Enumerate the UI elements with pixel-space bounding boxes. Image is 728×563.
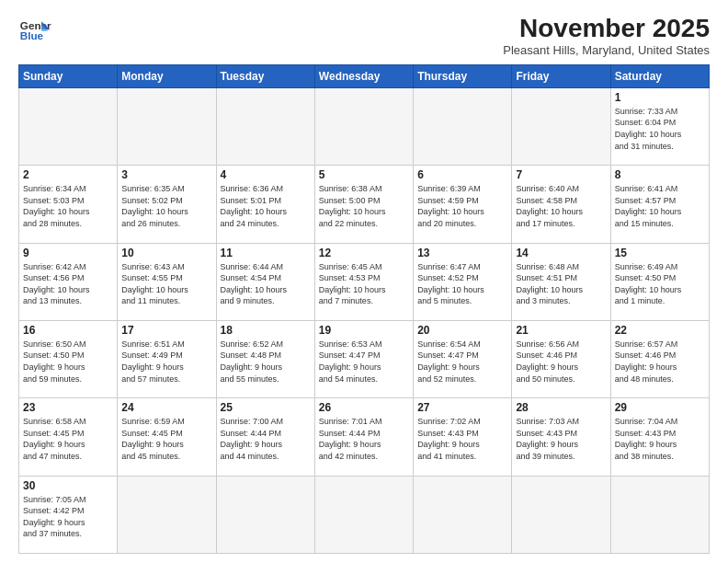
day-info: Sunrise: 6:54 AM Sunset: 4:47 PM Dayligh… bbox=[417, 339, 507, 385]
calendar-cell bbox=[512, 476, 610, 553]
day-info: Sunrise: 7:05 AM Sunset: 4:42 PM Dayligh… bbox=[23, 494, 113, 540]
day-number: 3 bbox=[121, 168, 211, 181]
day-number: 9 bbox=[23, 247, 113, 259]
calendar-cell: 7Sunrise: 6:40 AM Sunset: 4:58 PM Daylig… bbox=[512, 166, 610, 243]
day-number: 29 bbox=[615, 401, 705, 414]
calendar-cell: 30Sunrise: 7:05 AM Sunset: 4:42 PM Dayli… bbox=[19, 476, 118, 553]
calendar-body: 1Sunrise: 7:33 AM Sunset: 6:04 PM Daylig… bbox=[19, 87, 710, 553]
calendar-cell bbox=[216, 87, 314, 165]
calendar-header: SundayMondayTuesdayWednesdayThursdayFrid… bbox=[19, 64, 710, 87]
calendar-cell bbox=[19, 87, 118, 165]
day-number: 27 bbox=[417, 401, 507, 414]
day-number: 17 bbox=[121, 324, 211, 337]
day-info: Sunrise: 6:53 AM Sunset: 4:47 PM Dayligh… bbox=[319, 339, 409, 385]
day-number: 26 bbox=[319, 401, 409, 414]
calendar-week-3: 9Sunrise: 6:42 AM Sunset: 4:56 PM Daylig… bbox=[19, 243, 710, 320]
calendar-cell: 2Sunrise: 6:34 AM Sunset: 5:03 PM Daylig… bbox=[19, 166, 118, 243]
day-number: 13 bbox=[417, 247, 507, 259]
calendar-cell: 4Sunrise: 6:36 AM Sunset: 5:01 PM Daylig… bbox=[216, 166, 314, 243]
calendar-cell: 26Sunrise: 7:01 AM Sunset: 4:44 PM Dayli… bbox=[314, 398, 413, 476]
calendar-week-2: 2Sunrise: 6:34 AM Sunset: 5:03 PM Daylig… bbox=[19, 166, 710, 243]
day-info: Sunrise: 6:39 AM Sunset: 4:59 PM Dayligh… bbox=[417, 183, 507, 229]
day-info: Sunrise: 6:41 AM Sunset: 4:57 PM Dayligh… bbox=[615, 183, 705, 229]
calendar-cell bbox=[216, 476, 314, 553]
calendar-cell: 24Sunrise: 6:59 AM Sunset: 4:45 PM Dayli… bbox=[118, 398, 216, 476]
day-number: 14 bbox=[516, 247, 606, 259]
day-number: 1 bbox=[615, 91, 705, 104]
day-info: Sunrise: 6:52 AM Sunset: 4:48 PM Dayligh… bbox=[221, 339, 311, 385]
calendar-cell: 20Sunrise: 6:54 AM Sunset: 4:47 PM Dayli… bbox=[414, 320, 512, 397]
calendar-cell: 6Sunrise: 6:39 AM Sunset: 4:59 PM Daylig… bbox=[414, 166, 512, 243]
calendar-cell: 28Sunrise: 7:03 AM Sunset: 4:43 PM Dayli… bbox=[512, 398, 610, 476]
calendar-cell: 13Sunrise: 6:47 AM Sunset: 4:52 PM Dayli… bbox=[414, 243, 512, 320]
day-info: Sunrise: 7:01 AM Sunset: 4:44 PM Dayligh… bbox=[319, 416, 409, 462]
day-info: Sunrise: 6:50 AM Sunset: 4:50 PM Dayligh… bbox=[23, 339, 113, 385]
calendar-week-4: 16Sunrise: 6:50 AM Sunset: 4:50 PM Dayli… bbox=[19, 320, 710, 397]
day-number: 28 bbox=[516, 401, 606, 414]
svg-text:Blue: Blue bbox=[20, 29, 44, 41]
day-info: Sunrise: 6:51 AM Sunset: 4:49 PM Dayligh… bbox=[121, 339, 211, 385]
calendar-cell: 10Sunrise: 6:43 AM Sunset: 4:55 PM Dayli… bbox=[118, 243, 216, 320]
day-info: Sunrise: 6:42 AM Sunset: 4:56 PM Dayligh… bbox=[23, 261, 113, 307]
calendar-cell: 25Sunrise: 7:00 AM Sunset: 4:44 PM Dayli… bbox=[216, 398, 314, 476]
day-number: 11 bbox=[221, 247, 311, 259]
calendar-cell: 22Sunrise: 6:57 AM Sunset: 4:46 PM Dayli… bbox=[610, 320, 709, 397]
day-number: 7 bbox=[516, 168, 606, 181]
weekday-header-tuesday: Tuesday bbox=[216, 64, 314, 87]
weekday-header-wednesday: Wednesday bbox=[314, 64, 413, 87]
day-number: 2 bbox=[23, 168, 113, 181]
weekday-row: SundayMondayTuesdayWednesdayThursdayFrid… bbox=[19, 64, 710, 87]
weekday-header-friday: Friday bbox=[512, 64, 610, 87]
calendar-week-6: 30Sunrise: 7:05 AM Sunset: 4:42 PM Dayli… bbox=[19, 476, 710, 553]
calendar-cell: 14Sunrise: 6:48 AM Sunset: 4:51 PM Dayli… bbox=[512, 243, 610, 320]
day-number: 20 bbox=[417, 324, 507, 337]
calendar-cell bbox=[314, 87, 413, 165]
calendar-week-5: 23Sunrise: 6:58 AM Sunset: 4:45 PM Dayli… bbox=[19, 398, 710, 476]
month-title: November 2025 bbox=[503, 15, 710, 43]
calendar-cell bbox=[118, 87, 216, 165]
day-info: Sunrise: 6:47 AM Sunset: 4:52 PM Dayligh… bbox=[417, 261, 507, 307]
day-info: Sunrise: 6:44 AM Sunset: 4:54 PM Dayligh… bbox=[221, 261, 311, 307]
day-number: 25 bbox=[221, 401, 311, 414]
calendar-cell: 11Sunrise: 6:44 AM Sunset: 4:54 PM Dayli… bbox=[216, 243, 314, 320]
day-info: Sunrise: 6:59 AM Sunset: 4:45 PM Dayligh… bbox=[121, 416, 211, 462]
day-number: 22 bbox=[615, 324, 705, 337]
calendar-cell bbox=[314, 476, 413, 553]
calendar-cell: 19Sunrise: 6:53 AM Sunset: 4:47 PM Dayli… bbox=[314, 320, 413, 397]
calendar-cell: 12Sunrise: 6:45 AM Sunset: 4:53 PM Dayli… bbox=[314, 243, 413, 320]
day-info: Sunrise: 6:35 AM Sunset: 5:02 PM Dayligh… bbox=[121, 183, 211, 229]
day-number: 23 bbox=[23, 401, 113, 414]
day-number: 24 bbox=[121, 401, 211, 414]
day-number: 30 bbox=[23, 479, 113, 492]
calendar-cell: 3Sunrise: 6:35 AM Sunset: 5:02 PM Daylig… bbox=[118, 166, 216, 243]
day-info: Sunrise: 6:49 AM Sunset: 4:50 PM Dayligh… bbox=[615, 261, 705, 307]
calendar-cell bbox=[610, 476, 709, 553]
calendar-cell: 23Sunrise: 6:58 AM Sunset: 4:45 PM Dayli… bbox=[19, 398, 118, 476]
page: General Blue November 2025 Pleasant Hill… bbox=[0, 0, 728, 563]
day-info: Sunrise: 7:33 AM Sunset: 6:04 PM Dayligh… bbox=[615, 106, 705, 152]
day-info: Sunrise: 6:58 AM Sunset: 4:45 PM Dayligh… bbox=[23, 416, 113, 462]
calendar-cell: 17Sunrise: 6:51 AM Sunset: 4:49 PM Dayli… bbox=[118, 320, 216, 397]
calendar-cell: 29Sunrise: 7:04 AM Sunset: 4:43 PM Dayli… bbox=[610, 398, 709, 476]
calendar-cell: 15Sunrise: 6:49 AM Sunset: 4:50 PM Dayli… bbox=[610, 243, 709, 320]
calendar-week-1: 1Sunrise: 7:33 AM Sunset: 6:04 PM Daylig… bbox=[19, 87, 710, 165]
calendar-cell: 16Sunrise: 6:50 AM Sunset: 4:50 PM Dayli… bbox=[19, 320, 118, 397]
header: General Blue November 2025 Pleasant Hill… bbox=[18, 15, 710, 57]
weekday-header-sunday: Sunday bbox=[19, 64, 118, 87]
logo: General Blue bbox=[18, 15, 51, 48]
day-number: 21 bbox=[516, 324, 606, 337]
day-info: Sunrise: 6:45 AM Sunset: 4:53 PM Dayligh… bbox=[319, 261, 409, 307]
day-info: Sunrise: 6:56 AM Sunset: 4:46 PM Dayligh… bbox=[516, 339, 606, 385]
calendar-cell: 8Sunrise: 6:41 AM Sunset: 4:57 PM Daylig… bbox=[610, 166, 709, 243]
calendar-cell: 27Sunrise: 7:02 AM Sunset: 4:43 PM Dayli… bbox=[414, 398, 512, 476]
day-number: 16 bbox=[23, 324, 113, 337]
day-info: Sunrise: 6:34 AM Sunset: 5:03 PM Dayligh… bbox=[23, 183, 113, 229]
calendar-cell bbox=[414, 476, 512, 553]
day-number: 12 bbox=[319, 247, 409, 259]
day-info: Sunrise: 7:02 AM Sunset: 4:43 PM Dayligh… bbox=[417, 416, 507, 462]
calendar-cell bbox=[512, 87, 610, 165]
calendar-cell: 18Sunrise: 6:52 AM Sunset: 4:48 PM Dayli… bbox=[216, 320, 314, 397]
calendar-cell: 5Sunrise: 6:38 AM Sunset: 5:00 PM Daylig… bbox=[314, 166, 413, 243]
calendar-cell: 1Sunrise: 7:33 AM Sunset: 6:04 PM Daylig… bbox=[610, 87, 709, 165]
day-info: Sunrise: 7:00 AM Sunset: 4:44 PM Dayligh… bbox=[221, 416, 311, 462]
